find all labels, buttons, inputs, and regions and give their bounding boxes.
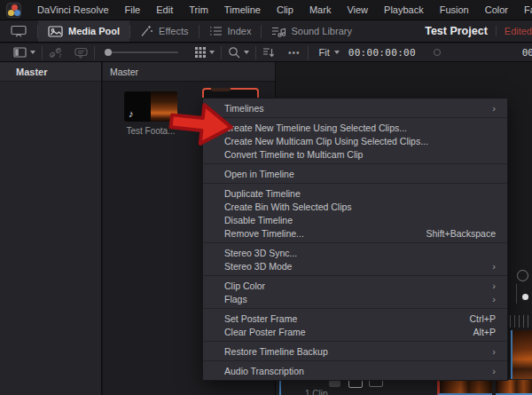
context-item-remove-timeline[interactable]: Remove Timeline... Shift+Backspace: [203, 226, 507, 240]
context-item-stereo-3d-sync[interactable]: Stereo 3D Sync...: [203, 246, 507, 259]
chevron-down-icon: [30, 51, 35, 54]
menu-playback[interactable]: Playback: [376, 0, 432, 20]
timeline-video-clip[interactable]: [496, 380, 532, 395]
panel-toolbar: Media Pool Effects Index: [0, 20, 532, 43]
current-bin-title: Master: [103, 62, 275, 82]
bin-view-toggle-button[interactable]: [7, 47, 42, 58]
context-item-restore-timeline-backup[interactable]: Restore Timeline Backup ›: [203, 344, 507, 358]
menu-item-label: Duplicate Timeline: [224, 188, 496, 199]
more-options-button[interactable]: •••: [281, 48, 308, 58]
submenu-arrow-icon: ›: [492, 295, 496, 304]
context-item-open-in-timeline[interactable]: Open in Timeline: [203, 167, 507, 180]
menu-separator: [203, 242, 507, 243]
context-item-create-bin[interactable]: Create Bin With Selected Clips: [203, 200, 507, 213]
menu-color[interactable]: Color: [477, 0, 516, 20]
context-item-clear-poster-frame[interactable]: Clear Poster Frame Alt+P: [203, 325, 507, 338]
menu-trim[interactable]: Trim: [181, 0, 216, 20]
context-item-timelines[interactable]: Timelines ›: [203, 101, 507, 115]
menu-item-shortcut: Ctrl+P: [470, 313, 496, 324]
submenu-arrow-icon: ›: [492, 347, 496, 356]
speech-bubble-icon: [74, 47, 88, 59]
sound-library-button[interactable]: Sound Library: [262, 20, 362, 42]
menu-view[interactable]: View: [339, 0, 376, 20]
effects-label: Effects: [159, 26, 188, 36]
chevron-down-icon: [209, 51, 215, 54]
sort-icon: [262, 47, 275, 58]
thumbnail-notch: [211, 88, 231, 91]
jog-knob-icon[interactable]: [522, 294, 528, 300]
menu-separator: [203, 275, 507, 276]
context-item-clip-color[interactable]: Clip Color ›: [203, 279, 507, 292]
context-item-audio-transcription[interactable]: Audio Transcription ›: [203, 364, 507, 377]
context-item-disable-timeline[interactable]: Disable Timeline: [203, 213, 507, 226]
menu-mark[interactable]: Mark: [301, 0, 339, 20]
grid-view-button[interactable]: [189, 47, 221, 58]
playhead-line: [516, 284, 517, 304]
menu-separator: [203, 183, 507, 184]
thumbnail-size-slider[interactable]: [106, 51, 178, 53]
menu-edit[interactable]: Edit: [148, 0, 181, 20]
menu-item-label: Flags: [224, 294, 492, 304]
sort-button[interactable]: [256, 47, 281, 58]
timeline-video-clip[interactable]: [437, 380, 492, 395]
chevron-down-icon: [244, 51, 249, 54]
menu-separator: [203, 117, 507, 118]
menu-fusion[interactable]: Fusion: [432, 0, 477, 20]
clip-edge-marker: [279, 379, 281, 395]
timeline-ruler[interactable]: [510, 315, 532, 328]
media-pool-subtoolbar: ••• Fit 00:00:00:00 00: [0, 43, 532, 62]
submenu-arrow-icon: ›: [492, 281, 496, 290]
effects-button[interactable]: Effects: [130, 20, 198, 42]
menu-davinci-resolve[interactable]: DaVinci Resolve: [29, 0, 117, 20]
context-item-convert-to-multicam[interactable]: Convert Timeline to Multicam Clip: [203, 147, 507, 161]
menu-separator: [203, 308, 507, 309]
media-pool-button[interactable]: Media Pool: [38, 20, 129, 42]
relink-media-button[interactable]: [43, 47, 68, 59]
menu-item-label: Disable Timeline: [224, 215, 496, 225]
menu-timeline[interactable]: Timeline: [216, 0, 269, 20]
menu-item-label: Remove Timeline...: [224, 228, 426, 239]
menu-item-label: Stereo 3D Sync...: [224, 248, 496, 258]
submenu-arrow-icon: ›: [492, 367, 496, 375]
media-pool-label: Media Pool: [68, 26, 120, 36]
context-item-create-new-multicam[interactable]: Create New Multicam Clip Using Selected …: [203, 134, 507, 147]
audio-note-icon: ♪: [129, 108, 134, 119]
viewer-zoom-select[interactable]: Fit: [309, 47, 334, 58]
clip-badge-icon: [329, 380, 340, 387]
menu-item-label: Stereo 3D Mode: [224, 261, 492, 272]
menu-item-label: Clear Poster Frame: [224, 327, 473, 337]
context-item-stereo-3d-mode[interactable]: Stereo 3D Mode ›: [203, 259, 507, 273]
index-list-icon: [209, 26, 223, 36]
menu-item-shortcut: Alt+P: [473, 327, 496, 337]
bin-tree-root-master[interactable]: Master: [0, 62, 101, 82]
menu-item-label: Open in Timeline: [224, 169, 496, 179]
dual-monitor-toggle-button[interactable]: [0, 20, 37, 42]
transport-control-icon[interactable]: [517, 270, 528, 281]
menu-item-label: Set Poster Frame: [224, 313, 470, 324]
menu-item-label: Create Bin With Selected Clips: [224, 201, 496, 212]
menu-file[interactable]: File: [117, 0, 149, 20]
menu-fairlight[interactable]: Fairlight: [516, 0, 532, 20]
menu-item-label: Timelines: [224, 103, 492, 114]
slider-knob[interactable]: [105, 49, 112, 56]
menu-item-label: Clip Color: [224, 280, 492, 291]
menu-separator: [203, 360, 507, 361]
index-label: Index: [228, 26, 252, 36]
index-button[interactable]: Index: [200, 20, 262, 42]
subtoolbar-divider: [94, 46, 95, 59]
annotation-arrow-icon: [166, 96, 239, 154]
menu-separator: [203, 163, 507, 164]
context-item-flags[interactable]: Flags ›: [203, 292, 507, 305]
davinci-resolve-window: DaVinci Resolve File Edit Trim Timeline …: [0, 0, 532, 395]
grid-view-icon: [195, 47, 206, 58]
context-item-duplicate-timeline[interactable]: Duplicate Timeline: [203, 186, 507, 200]
context-item-create-new-timeline[interactable]: Create New Timeline Using Selected Clips…: [203, 121, 507, 134]
search-button[interactable]: [222, 46, 255, 59]
media-pool-icon: [48, 26, 63, 37]
menu-item-shortcut: Shift+Backspace: [426, 228, 496, 239]
usage-comment-button[interactable]: [68, 47, 94, 59]
menu-clip[interactable]: Clip: [269, 0, 301, 20]
monitor-icon: [11, 25, 27, 37]
search-icon: [228, 46, 240, 59]
context-item-set-poster-frame[interactable]: Set Poster Frame Ctrl+P: [203, 312, 507, 325]
